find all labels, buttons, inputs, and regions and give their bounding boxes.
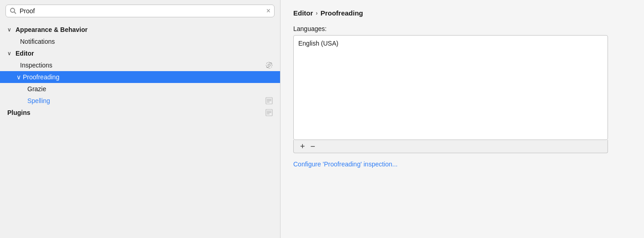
search-input[interactable] bbox=[20, 7, 264, 15]
sidebar-item-label: Notifications bbox=[20, 38, 273, 45]
breadcrumb-separator: › bbox=[316, 10, 317, 16]
tree-container: ∨ Appearance & Behavior Notifications ∨ … bbox=[0, 22, 280, 238]
svg-rect-3 bbox=[267, 99, 271, 100]
clear-icon[interactable]: × bbox=[266, 7, 270, 15]
sidebar-item-label: Grazie bbox=[27, 85, 273, 93]
svg-point-0 bbox=[10, 8, 15, 12]
sidebar-section-label: Appearance & Behavior bbox=[16, 26, 88, 33]
add-language-button[interactable]: + bbox=[297, 142, 308, 150]
chevron-icon: ∨ bbox=[7, 26, 14, 33]
gear-icon bbox=[265, 62, 273, 69]
sidebar-item-notifications[interactable]: Notifications bbox=[0, 36, 280, 47]
search-bar: × bbox=[0, 0, 280, 22]
svg-rect-8 bbox=[267, 112, 271, 113]
search-input-wrapper: × bbox=[5, 5, 275, 17]
gear-icon bbox=[265, 97, 273, 104]
chevron-icon: ∨ bbox=[7, 50, 14, 57]
sidebar-item-grazie[interactable]: Grazie bbox=[0, 83, 280, 95]
sidebar-item-label: Inspections bbox=[20, 62, 265, 69]
breadcrumb-current: Proofreading bbox=[321, 9, 363, 17]
list-controls: + − bbox=[293, 140, 608, 153]
sidebar-section-label: Editor bbox=[16, 50, 34, 57]
right-panel: Editor › Proofreading Languages: English… bbox=[280, 0, 644, 238]
svg-rect-4 bbox=[267, 100, 271, 101]
svg-rect-9 bbox=[267, 114, 270, 114]
sidebar-item-editor[interactable]: ∨ Editor bbox=[0, 47, 280, 59]
breadcrumb: Editor › Proofreading bbox=[293, 9, 631, 17]
list-item[interactable]: English (USA) bbox=[298, 39, 603, 47]
sidebar-item-plugins[interactable]: Plugins bbox=[0, 107, 280, 119]
sidebar-item-label: Plugins bbox=[7, 109, 264, 116]
sidebar-item-proofreading[interactable]: ∨ Proofreading bbox=[0, 71, 280, 83]
left-panel: × ∨ Appearance & Behavior Notifications … bbox=[0, 0, 280, 238]
search-icon bbox=[10, 7, 17, 15]
configure-inspection-link[interactable]: Configure 'Proofreading' inspection... bbox=[293, 160, 631, 168]
sidebar-item-label: Proofreading bbox=[23, 73, 273, 81]
chevron-icon: ∨ bbox=[16, 73, 21, 81]
sidebar-item-appearance-behavior[interactable]: ∨ Appearance & Behavior bbox=[0, 24, 280, 36]
breadcrumb-parent: Editor bbox=[293, 9, 313, 17]
languages-list: English (USA) bbox=[293, 35, 608, 140]
languages-label: Languages: bbox=[293, 25, 631, 32]
sidebar-item-label: Spelling bbox=[27, 97, 265, 104]
svg-rect-7 bbox=[267, 111, 271, 112]
svg-rect-5 bbox=[267, 102, 270, 103]
svg-line-1 bbox=[14, 12, 16, 14]
sidebar-item-spelling[interactable]: Spelling bbox=[0, 95, 280, 107]
sidebar-item-inspections[interactable]: Inspections bbox=[0, 59, 280, 71]
remove-language-button[interactable]: − bbox=[308, 142, 318, 150]
gear-icon bbox=[265, 109, 273, 116]
